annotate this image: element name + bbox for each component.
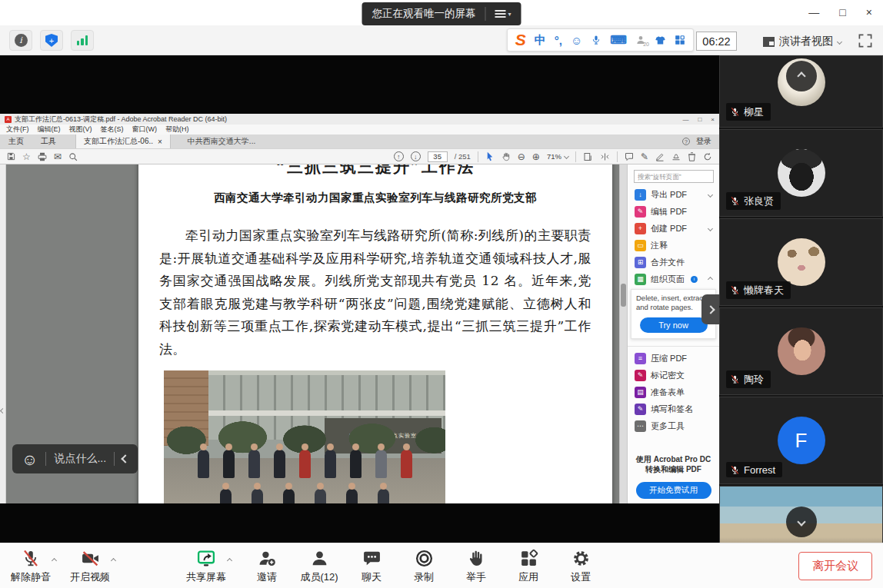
tools-search-input[interactable]	[634, 170, 714, 183]
menu-help[interactable]: 帮助(H)	[165, 125, 189, 135]
try-now-button[interactable]: Try now	[640, 317, 708, 333]
participant-tile[interactable]: 陶玲	[719, 307, 883, 395]
export-pdf-icon: ↓	[635, 189, 646, 201]
menu-sign[interactable]: 签名(S)	[101, 125, 124, 135]
view-mode-selector[interactable]: 演讲者视图	[763, 32, 841, 51]
tool-prepare-form[interactable]: ▤准备表单	[628, 384, 719, 400]
participant-tile[interactable]: 张良贤	[719, 129, 883, 217]
raise-hand-button[interactable]: 举手	[456, 548, 496, 584]
participant-tile[interactable]: 懒牌春天	[719, 218, 883, 306]
participant-tile[interactable]: 柳星	[719, 55, 883, 128]
leave-meeting-button[interactable]: 离开会议	[798, 552, 872, 580]
minimize-button[interactable]: —	[808, 5, 819, 19]
tab-document-2[interactable]: 中共西南交通大学...	[178, 135, 265, 148]
ime-account-icon[interactable]: 20	[635, 35, 646, 45]
acrobat-minimize-button[interactable]: —	[682, 116, 688, 123]
invite-button[interactable]: 邀请	[247, 548, 287, 584]
hand-tool-icon[interactable]	[501, 152, 511, 161]
chat-button[interactable]: 聊天	[352, 548, 392, 584]
meeting-info-button[interactable]: i	[9, 30, 32, 51]
left-panel-rail[interactable]	[0, 164, 6, 503]
collapse-panel-button[interactable]	[701, 294, 719, 324]
record-button[interactable]: 录制	[404, 548, 444, 584]
stamp-icon[interactable]	[671, 152, 681, 161]
tool-comment[interactable]: ▭注释	[628, 237, 719, 254]
tool-edit-pdf[interactable]: ✎编辑 PDF	[628, 203, 719, 220]
page-up-icon[interactable]: ↑	[394, 151, 404, 161]
acrobat-close-button[interactable]: ×	[711, 116, 715, 123]
tool-redact[interactable]: ✎标记密文	[628, 367, 719, 384]
tool-create-pdf[interactable]: +创建 PDF	[628, 220, 719, 237]
menu-view[interactable]: 视图(V)	[69, 125, 92, 135]
unmute-button[interactable]: 解除静音	[11, 548, 51, 584]
print-icon[interactable]	[38, 152, 47, 161]
close-button[interactable]: ×	[866, 5, 872, 19]
search-icon[interactable]	[68, 152, 78, 161]
participant-tile[interactable]	[719, 486, 883, 543]
tab-document-active[interactable]: 支部工作法汇总-06.. ×	[75, 135, 171, 148]
apps-button[interactable]: 应用	[508, 548, 548, 584]
page-number-input[interactable]: 35	[428, 151, 448, 162]
tab-home[interactable]: 主页	[0, 135, 32, 148]
ime-language-toggle[interactable]: 中	[535, 33, 546, 48]
tool-more-tools[interactable]: ⋯更多工具	[628, 417, 719, 434]
banner-menu-button[interactable]: ▾	[495, 10, 511, 18]
sogou-logo-icon[interactable]: S	[515, 32, 526, 48]
share-screen-button[interactable]: 共享屏幕	[186, 548, 226, 584]
tool-organize-pages[interactable]: ▦组织页面i	[628, 271, 719, 287]
chat-input[interactable]: 说点什么...	[54, 452, 106, 466]
star-icon[interactable]: ☆	[22, 152, 31, 161]
fit-page-icon[interactable]	[583, 152, 593, 161]
ime-punctuation-toggle[interactable]: °,	[555, 34, 562, 47]
scroll-up-button[interactable]	[786, 61, 817, 91]
menu-file[interactable]: 文件(F)	[6, 125, 29, 135]
tool-combine-files[interactable]: ⊞合并文件	[628, 254, 719, 271]
start-video-button[interactable]: 开启视频	[70, 548, 110, 584]
menu-window[interactable]: 窗口(W)	[132, 125, 158, 135]
page-down-icon[interactable]: ↓	[411, 151, 421, 161]
emoji-button[interactable]: ☺	[22, 451, 38, 467]
email-icon[interactable]: ✉	[54, 152, 62, 161]
ime-keyboard-icon[interactable]: ⌨	[610, 33, 627, 47]
zoom-out-icon[interactable]: ⊖	[518, 152, 525, 161]
settings-button[interactable]: 设置	[561, 548, 601, 584]
save-icon[interactable]	[7, 152, 15, 161]
mic-options-caret[interactable]	[52, 557, 57, 563]
tool-export-pdf[interactable]: ↓导出 PDF	[628, 186, 719, 203]
emoji-icon[interactable]: ☺	[571, 34, 582, 47]
pencil-icon[interactable]: ✎	[641, 152, 648, 161]
ime-toolbox-icon[interactable]	[675, 35, 685, 45]
ime-skin-icon[interactable]	[655, 35, 666, 45]
acrobat-maximize-button[interactable]: □	[698, 116, 701, 123]
members-button[interactable]: 成员(12)	[299, 548, 339, 584]
zoom-in-icon[interactable]: ⊕	[532, 152, 540, 161]
compress-pdf-icon: ≡	[635, 353, 646, 364]
participant-tile[interactable]: F Forrest	[719, 397, 883, 484]
select-cursor-icon[interactable]	[485, 151, 495, 161]
maximize-button[interactable]: □	[839, 5, 845, 19]
zoom-level-select[interactable]: 71%	[547, 152, 568, 161]
network-quality-button[interactable]	[71, 30, 94, 51]
help-icon[interactable]: ?	[682, 138, 690, 145]
delete-icon[interactable]	[688, 152, 696, 161]
rotate-icon[interactable]	[703, 152, 712, 161]
tab-close-icon[interactable]: ×	[158, 138, 162, 146]
scrollbar-thumb[interactable]	[621, 284, 626, 307]
fit-width-icon[interactable]	[600, 152, 610, 161]
tab-tools[interactable]: 工具	[32, 135, 65, 148]
share-options-caret[interactable]	[227, 557, 232, 563]
security-button[interactable]: +	[40, 30, 63, 51]
collapse-chat-icon[interactable]	[121, 454, 129, 463]
ime-mic-icon[interactable]	[591, 35, 601, 45]
comment-icon[interactable]	[625, 152, 634, 161]
scroll-down-button[interactable]	[786, 507, 817, 537]
tool-fill-sign[interactable]: ✎填写和签名	[628, 400, 719, 417]
video-options-caret[interactable]	[111, 557, 116, 563]
document-scrollbar[interactable]	[619, 164, 627, 503]
signin-link[interactable]: 登录	[696, 136, 711, 147]
tool-compress-pdf[interactable]: ≡压缩 PDF	[628, 350, 719, 367]
menu-edit[interactable]: 编辑(E)	[38, 125, 61, 135]
fill-sign-icon[interactable]	[655, 152, 665, 161]
fullscreen-button[interactable]	[855, 31, 875, 51]
free-trial-button[interactable]: 开始免费试用	[636, 482, 711, 499]
